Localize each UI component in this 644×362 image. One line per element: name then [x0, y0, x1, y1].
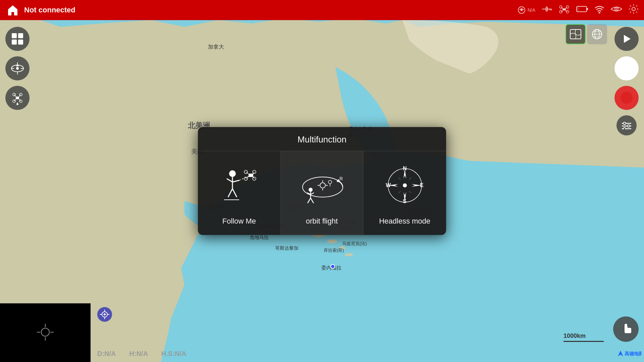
orbit-flight-label: orbit flight: [306, 217, 338, 226]
svg-rect-70: [249, 174, 253, 177]
orbit-flight-item[interactable]: R orbit flight: [281, 151, 364, 235]
svg-marker-104: [393, 190, 401, 200]
headless-mode-icon-area: N S E W: [378, 162, 432, 209]
svg-text:E: E: [420, 182, 424, 188]
headless-mode-label: Headless mode: [379, 217, 430, 226]
svg-marker-103: [409, 190, 417, 200]
modal-title: Multifunction: [198, 127, 446, 151]
svg-point-59: [229, 170, 236, 177]
svg-marker-102: [393, 170, 401, 180]
svg-line-63: [227, 179, 232, 182]
svg-line-87: [308, 198, 311, 203]
svg-line-88: [311, 198, 314, 203]
svg-point-83: [328, 180, 332, 184]
follow-me-item[interactable]: Follow Me: [198, 151, 281, 235]
svg-point-105: [403, 183, 407, 187]
svg-point-85: [309, 188, 313, 192]
headless-mode-item[interactable]: N S E W: [363, 151, 446, 235]
svg-text:R: R: [339, 176, 343, 181]
follow-me-icon-area: [212, 162, 266, 209]
svg-point-78: [320, 183, 325, 188]
follow-me-label: Follow Me: [222, 217, 256, 226]
svg-line-62: [232, 189, 237, 197]
svg-line-64: [232, 180, 239, 182]
svg-point-76: [303, 177, 343, 197]
svg-marker-101: [409, 170, 417, 180]
modal-grid: Follow Me: [198, 151, 446, 235]
orbit-flight-icon-area: R: [295, 162, 348, 209]
modal-overlay: Multifunction: [0, 0, 644, 362]
svg-line-90: [311, 193, 314, 194]
svg-line-61: [228, 189, 232, 197]
multifunction-modal: Multifunction: [198, 127, 446, 235]
